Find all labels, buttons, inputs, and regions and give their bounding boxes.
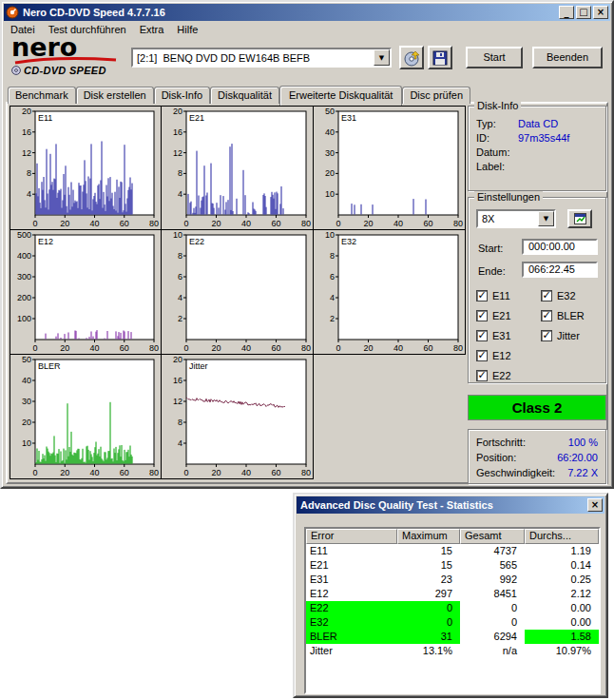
checkbox-e31[interactable]: ✓E31	[476, 325, 511, 345]
window-title: Nero CD-DVD Speed 4.7.7.16	[21, 7, 557, 18]
progress-row-geschwindigkeit: Geschwindigkeit:7.22 X	[469, 465, 605, 480]
chart-e32: 246810020406080E32	[314, 230, 466, 355]
statistics-table-rows: E111547371.19E21155650.14E31239920.25E12…	[306, 544, 599, 658]
checkbox-e22[interactable]: ✓E22	[476, 365, 511, 385]
disk-info-row: Typ:Data CD	[469, 118, 605, 132]
checkbox-box-e12[interactable]: ✓	[476, 350, 488, 361]
checkbox-label-e21: E21	[492, 310, 511, 321]
svg-text:E22: E22	[189, 237, 204, 246]
stats-row-e22: E22000.00	[306, 601, 599, 615]
chart-grid: 48121620020406080E1148121620020406080E21…	[10, 106, 466, 479]
main-titlebar[interactable]: Nero CD-DVD Speed 4.7.7.16 _ □ ×	[4, 4, 610, 21]
close-button[interactable]: ×	[593, 6, 608, 19]
disk-info-row: Label:	[469, 161, 605, 175]
tab-disk-info[interactable]: Disk-Info	[154, 87, 210, 104]
end-time-field[interactable]: 066:22.45	[522, 262, 598, 278]
svg-text:E31: E31	[341, 113, 356, 123]
disk-info-title: Disk-Info	[474, 100, 521, 112]
svg-text:60: 60	[120, 343, 129, 353]
nero-logo: nero CD-DVD SPEED	[11, 35, 129, 76]
start-time-field[interactable]: 000:00.00	[522, 239, 598, 255]
svg-text:50: 50	[22, 355, 31, 364]
minimize-button[interactable]: _	[559, 6, 574, 19]
stats-column-header-error[interactable]: Error	[306, 529, 397, 544]
tab-diskqualit-t[interactable]: Diskqualität	[210, 87, 279, 104]
checkbox-e21[interactable]: ✓E21	[476, 305, 511, 325]
tab-disc-pr-fen[interactable]: Disc prüfen	[402, 87, 470, 104]
stats-row-jitter: Jitter13.1%n/a10.97%	[306, 644, 599, 658]
tab-disk-erstellen[interactable]: Disk erstellen	[76, 87, 154, 104]
checkbox-label-e12: E12	[492, 350, 511, 361]
progress-rows: Fortschritt:100 %Position:66:20.00Geschw…	[469, 435, 605, 480]
menu-item-hilfe[interactable]: Hilfe	[170, 22, 204, 38]
checkbox-box-bler[interactable]: ✓	[541, 310, 552, 321]
checkbox-box-e32[interactable]: ✓	[541, 290, 552, 301]
stats-cell: BLER	[306, 630, 397, 644]
checkbox-e12[interactable]: ✓E12	[476, 345, 511, 365]
chart-e31: 1020304050020406080E31	[314, 106, 466, 230]
chart-canvas-e32: 246810020406080E32	[314, 230, 465, 354]
checkbox-e11[interactable]: ✓E11	[476, 285, 511, 305]
svg-text:E12: E12	[38, 237, 53, 246]
statistics-close-button[interactable]: ×	[587, 498, 603, 512]
checkbox-bler[interactable]: ✓BLER	[541, 305, 585, 325]
stats-cell: 0.25	[525, 573, 599, 587]
svg-text:0: 0	[336, 219, 340, 228]
checkbox-box-e11[interactable]: ✓	[476, 290, 488, 301]
stats-column-header-durchs[interactable]: Durchs...	[525, 529, 599, 544]
stats-cell: 15	[397, 558, 460, 573]
quit-button[interactable]: Beenden	[532, 47, 603, 68]
svg-text:0: 0	[336, 343, 340, 353]
progress-label: Geschwindigkeit:	[476, 467, 555, 478]
stats-cell: 6294	[460, 630, 525, 644]
eject-disc-button[interactable]	[399, 46, 424, 69]
statistics-titlebar[interactable]: Advanced Disc Quality Test - Statistics …	[297, 496, 604, 514]
svg-text:12: 12	[173, 148, 182, 158]
svg-text:40: 40	[325, 127, 335, 137]
chart-canvas-e21: 48121620020406080E21	[162, 107, 313, 229]
checkbox-box-e22[interactable]: ✓	[476, 370, 488, 381]
svg-text:0: 0	[183, 468, 188, 477]
speed-select[interactable]: 8X ▼	[476, 209, 556, 228]
chart-e11: 48121620020406080E11	[10, 106, 162, 230]
advanced-settings-button[interactable]	[567, 209, 592, 228]
menu-item-extra[interactable]: Extra	[133, 22, 171, 38]
maximize-button[interactable]: □	[576, 6, 591, 19]
checkbox-box-jitter[interactable]: ✓	[541, 330, 552, 341]
start-button[interactable]: Start	[466, 47, 523, 68]
stats-cell: 0.00	[525, 615, 599, 630]
checkbox-box-e31[interactable]: ✓	[476, 330, 488, 341]
svg-text:BLER: BLER	[38, 361, 61, 371]
svg-text:2: 2	[178, 314, 182, 323]
chevron-down-icon[interactable]: ▼	[538, 211, 554, 226]
checkbox-label-e22: E22	[492, 370, 511, 381]
tab-erweiterte-diskqualit-t[interactable]: Erweiterte Diskqualität	[279, 86, 402, 106]
chart-jitter: 48121620020406080Jitter	[162, 355, 314, 479]
checkbox-box-e21[interactable]: ✓	[476, 310, 488, 321]
svg-text:20: 20	[211, 219, 221, 228]
statistics-window: Advanced Disc Quality Test - Statistics …	[293, 493, 608, 698]
svg-text:E11: E11	[38, 113, 52, 123]
svg-text:10: 10	[325, 189, 335, 199]
stats-column-header-gesamt[interactable]: Gesamt	[460, 529, 525, 544]
svg-text:80: 80	[149, 343, 159, 353]
chart-canvas-e31: 1020304050020406080E31	[314, 107, 465, 229]
svg-text:20: 20	[325, 168, 335, 178]
checkbox-e32[interactable]: ✓E32	[541, 285, 585, 305]
svg-text:40: 40	[393, 343, 403, 353]
disk-info-row-label: Datum:	[476, 146, 518, 161]
statistics-window-title: Advanced Disc Quality Test - Statistics	[298, 499, 585, 511]
stats-column-header-maximum[interactable]: Maximum	[397, 529, 460, 544]
end-time-label: Ende:	[478, 265, 506, 277]
checkbox-jitter[interactable]: ✓Jitter	[541, 325, 585, 345]
svg-text:40: 40	[22, 376, 31, 385]
svg-text:80: 80	[453, 343, 463, 353]
checkbox-label-e31: E31	[492, 330, 511, 341]
save-button[interactable]	[428, 46, 452, 69]
checkbox-column-left: ✓E11✓E21✓E31✓E12✓E22	[476, 285, 511, 385]
drive-select[interactable]: [2:1] BENQ DVD DD EW164B BEFB ▼	[131, 48, 392, 68]
chevron-down-icon[interactable]: ▼	[374, 49, 390, 66]
svg-text:0: 0	[183, 343, 188, 353]
svg-text:20: 20	[211, 343, 221, 353]
tab-benchmark[interactable]: Benchmark	[8, 87, 76, 104]
